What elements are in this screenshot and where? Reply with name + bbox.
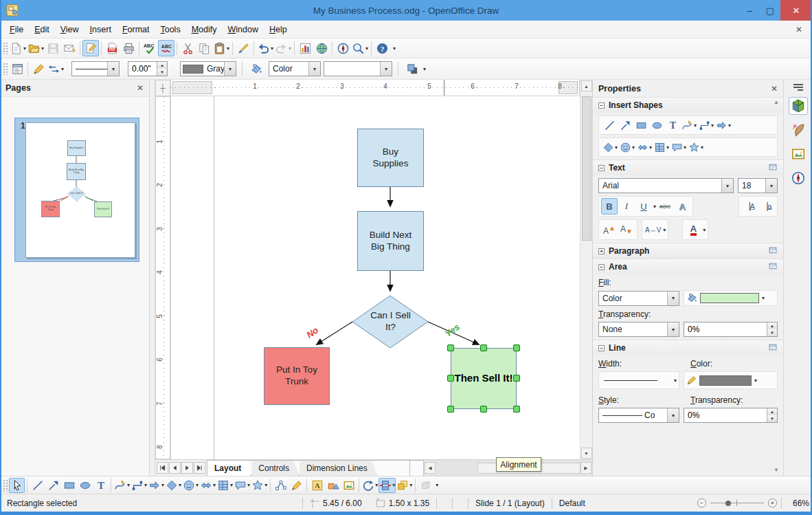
scrollbar-thumb[interactable] bbox=[582, 96, 591, 241]
scroll-up-icon[interactable]: ▲ bbox=[581, 80, 592, 91]
selection-handle[interactable] bbox=[480, 406, 487, 413]
insert-rectangle-button[interactable] bbox=[633, 118, 649, 133]
tab-gallery[interactable] bbox=[789, 121, 808, 139]
tab-controls[interactable]: Controls bbox=[251, 461, 300, 476]
fill-color-swatch[interactable] bbox=[700, 293, 759, 303]
copy-button[interactable] bbox=[196, 40, 212, 56]
shadow-text-button[interactable]: A bbox=[674, 198, 690, 215]
spin-up-icon[interactable]: ▲ bbox=[767, 408, 777, 415]
collapse-icon[interactable]: − bbox=[598, 264, 605, 270]
text-tool-button[interactable] bbox=[93, 478, 109, 493]
format-paintbrush-button[interactable] bbox=[235, 40, 251, 56]
arrow-style-button[interactable]: ▾ bbox=[47, 61, 65, 77]
line-style-select[interactable]: Co ▾ bbox=[598, 408, 679, 423]
line-dialog-button[interactable] bbox=[30, 61, 47, 77]
rotate-button[interactable]: ▾ bbox=[361, 478, 379, 493]
hyperlink-button[interactable] bbox=[313, 40, 330, 56]
vertical-scrollbar[interactable]: ▲ ▼ bbox=[580, 80, 592, 459]
flowchart-node-can-i-sell-it[interactable]: Can I Sell It? bbox=[365, 304, 416, 340]
scroll-left-icon[interactable]: ◀ bbox=[425, 462, 436, 474]
new-button[interactable]: ▾ bbox=[9, 40, 27, 56]
basic-shapes-tool-button[interactable]: ▾ bbox=[165, 478, 182, 493]
block-arrows-button[interactable]: ▾ bbox=[636, 140, 653, 155]
line-section-header[interactable]: − Line bbox=[593, 340, 783, 355]
save-button[interactable] bbox=[45, 40, 61, 56]
text-section-header[interactable]: − Text bbox=[593, 160, 783, 175]
toolbar-overflow-button[interactable]: ▾ bbox=[393, 45, 396, 52]
selection-handle[interactable] bbox=[480, 344, 487, 351]
paragraph-section-header[interactable]: + Paragraph bbox=[593, 243, 783, 259]
menu-format[interactable]: Format bbox=[117, 23, 155, 36]
fill-color-select[interactable]: ▾ bbox=[324, 61, 392, 76]
insert-line-button[interactable] bbox=[602, 118, 617, 133]
panel-scroll-up-icon[interactable]: ▲ bbox=[774, 99, 779, 105]
drawing-canvas[interactable]: Buy Supplies Build Next Big Thing Can I … bbox=[170, 96, 580, 459]
zoom-slider-thumb[interactable] bbox=[725, 501, 731, 506]
area-dialog-button[interactable] bbox=[248, 61, 264, 77]
edit-points-button[interactable] bbox=[273, 478, 289, 493]
email-button[interactable] bbox=[61, 40, 78, 56]
font-color-button[interactable]: A bbox=[685, 221, 701, 238]
insert-shapes-section-header[interactable]: − Insert Shapes bbox=[593, 97, 783, 113]
first-page-button[interactable] bbox=[157, 462, 168, 474]
styles-window-button[interactable] bbox=[9, 61, 25, 77]
toolbar-grip[interactable] bbox=[3, 63, 8, 75]
extrusion-button[interactable] bbox=[418, 478, 433, 493]
minimize-button[interactable]: – bbox=[739, 0, 760, 21]
selection-handle[interactable] bbox=[513, 344, 520, 351]
menu-insert[interactable]: Insert bbox=[84, 23, 117, 36]
previous-page-button[interactable] bbox=[169, 462, 181, 474]
gallery-button[interactable] bbox=[341, 478, 357, 493]
strikethrough-button[interactable]: ABC bbox=[657, 198, 673, 215]
line-color-select[interactable]: Gray 6 ▾ bbox=[180, 61, 236, 76]
expand-icon[interactable]: + bbox=[598, 248, 605, 254]
spin-down-icon[interactable]: ▼ bbox=[157, 69, 167, 76]
close-button[interactable]: ✕ bbox=[780, 0, 812, 21]
insert-ellipse-button[interactable] bbox=[649, 118, 664, 133]
line-style-select[interactable]: ▾ bbox=[71, 61, 120, 76]
tab-layout[interactable]: Layout bbox=[207, 461, 251, 476]
insert-text-button[interactable] bbox=[665, 118, 680, 133]
flowchart-tool-button[interactable]: ▾ bbox=[216, 478, 234, 493]
toolbar-grip[interactable] bbox=[3, 42, 8, 54]
fill-type-select[interactable]: Color ▾ bbox=[269, 61, 321, 76]
selection-handle[interactable] bbox=[447, 344, 454, 351]
close-document-button[interactable]: ✕ bbox=[790, 25, 808, 34]
spellcheck-button[interactable] bbox=[142, 40, 158, 56]
flowchart-node-buy-supplies[interactable]: Buy Supplies bbox=[357, 129, 424, 187]
last-page-button[interactable] bbox=[194, 462, 205, 474]
symbol-shapes-tool-button[interactable]: ▾ bbox=[182, 478, 199, 493]
menu-edit[interactable]: Edit bbox=[29, 23, 55, 36]
menu-tools[interactable]: Tools bbox=[155, 23, 185, 36]
spin-down-icon[interactable]: ▼ bbox=[767, 329, 777, 336]
collapse-icon[interactable]: − bbox=[598, 345, 605, 351]
open-button[interactable]: ▾ bbox=[27, 40, 45, 56]
properties-close-icon[interactable]: ✕ bbox=[771, 84, 778, 94]
increase-spacing-button[interactable]: ▕A̲ bbox=[741, 198, 758, 215]
line-tool-button[interactable] bbox=[30, 478, 45, 493]
help-button[interactable] bbox=[374, 40, 390, 56]
zoom-button[interactable]: ▾ bbox=[351, 40, 369, 56]
bold-button[interactable]: B bbox=[601, 198, 618, 215]
toolbar-grip[interactable] bbox=[3, 479, 8, 492]
insert-chart-button[interactable] bbox=[297, 40, 313, 56]
zoom-slider[interactable] bbox=[710, 498, 764, 507]
zoom-in-icon[interactable]: + bbox=[768, 498, 777, 507]
redo-button[interactable]: ▾ bbox=[274, 40, 292, 56]
shadow-button[interactable] bbox=[404, 61, 420, 77]
callouts-tool-button[interactable]: ▾ bbox=[234, 478, 251, 493]
line-color-swatch[interactable] bbox=[699, 375, 752, 386]
insert-connector-button[interactable]: ▾ bbox=[698, 118, 714, 133]
line-transparency-spinner[interactable]: 0% ▲▼ bbox=[684, 408, 778, 423]
menu-window[interactable]: Window bbox=[222, 23, 263, 36]
star-shapes-button[interactable]: ▾ bbox=[688, 140, 704, 155]
zoom-level[interactable]: 66% bbox=[786, 498, 809, 508]
area-section-header[interactable]: − Area bbox=[593, 259, 783, 274]
zoom-out-icon[interactable]: − bbox=[697, 498, 706, 507]
tab-navigator[interactable] bbox=[789, 169, 808, 187]
character-spacing-button[interactable]: A⇔V bbox=[644, 221, 662, 238]
collapse-icon[interactable]: − bbox=[598, 165, 605, 171]
underline-button[interactable]: U bbox=[635, 198, 652, 215]
font-name-select[interactable]: Arial ▾ bbox=[598, 178, 734, 193]
cut-button[interactable] bbox=[179, 40, 196, 56]
